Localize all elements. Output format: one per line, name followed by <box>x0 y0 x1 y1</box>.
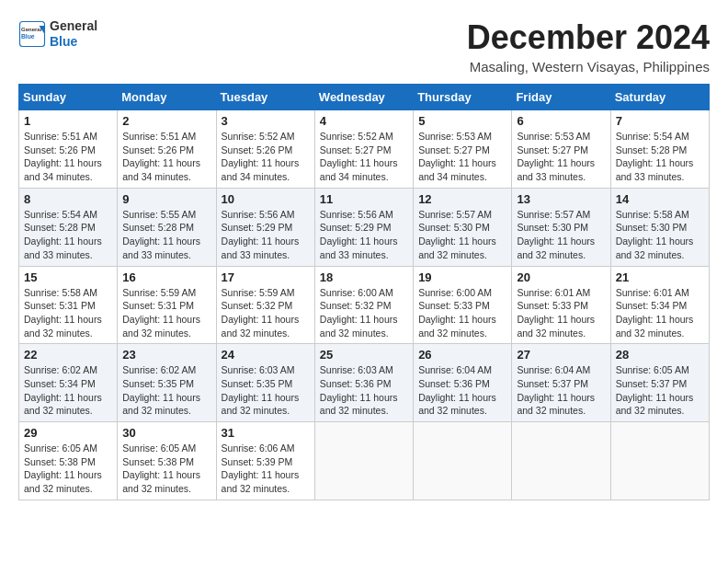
day-detail: Sunrise: 6:03 AM Sunset: 5:35 PM Dayligh… <box>222 363 310 418</box>
day-detail: Sunrise: 6:04 AM Sunset: 5:36 PM Dayligh… <box>418 363 506 418</box>
day-detail: Sunrise: 5:57 AM Sunset: 5:30 PM Dayligh… <box>418 208 506 262</box>
day-detail: Sunrise: 6:05 AM Sunset: 5:38 PM Dayligh… <box>24 442 112 496</box>
day-detail: Sunrise: 5:52 AM Sunset: 5:27 PM Dayligh… <box>320 130 408 184</box>
calendar-cell: 30Sunrise: 6:05 AM Sunset: 5:38 PM Dayli… <box>118 422 216 500</box>
day-number: 7 <box>616 114 704 128</box>
calendar-header-row: SundayMondayTuesdayWednesdayThursdayFrid… <box>19 85 710 110</box>
calendar-cell: 25Sunrise: 6:03 AM Sunset: 5:36 PM Dayli… <box>314 344 413 422</box>
calendar-cell: 16Sunrise: 5:59 AM Sunset: 5:31 PM Dayli… <box>118 266 216 344</box>
logo-icon: General Blue <box>18 20 46 48</box>
calendar-cell: 5Sunrise: 5:53 AM Sunset: 5:27 PM Daylig… <box>414 110 512 189</box>
day-number: 31 <box>222 426 310 440</box>
day-number: 15 <box>24 270 112 284</box>
calendar-cell: 8Sunrise: 5:54 AM Sunset: 5:28 PM Daylig… <box>19 188 118 266</box>
day-detail: Sunrise: 5:54 AM Sunset: 5:28 PM Dayligh… <box>616 130 704 184</box>
day-detail: Sunrise: 6:00 AM Sunset: 5:32 PM Dayligh… <box>320 286 408 340</box>
day-number: 10 <box>222 192 310 206</box>
calendar-cell: 3Sunrise: 5:52 AM Sunset: 5:26 PM Daylig… <box>216 110 314 189</box>
day-number: 8 <box>24 192 112 206</box>
day-detail: Sunrise: 5:56 AM Sunset: 5:29 PM Dayligh… <box>320 208 408 262</box>
column-header-thursday: Thursday <box>414 85 512 110</box>
day-number: 25 <box>320 348 408 362</box>
calendar-cell: 26Sunrise: 6:04 AM Sunset: 5:36 PM Dayli… <box>414 344 512 422</box>
column-header-wednesday: Wednesday <box>314 85 413 110</box>
day-number: 1 <box>24 114 112 128</box>
day-detail: Sunrise: 5:57 AM Sunset: 5:30 PM Dayligh… <box>517 208 605 262</box>
calendar-cell: 2Sunrise: 5:51 AM Sunset: 5:26 PM Daylig… <box>118 110 216 189</box>
day-detail: Sunrise: 5:51 AM Sunset: 5:26 PM Dayligh… <box>24 130 112 184</box>
day-detail: Sunrise: 6:06 AM Sunset: 5:39 PM Dayligh… <box>222 442 310 496</box>
day-detail: Sunrise: 5:52 AM Sunset: 5:26 PM Dayligh… <box>222 130 310 184</box>
day-number: 14 <box>616 192 704 206</box>
calendar-cell: 6Sunrise: 5:53 AM Sunset: 5:27 PM Daylig… <box>512 110 610 189</box>
calendar-cell: 10Sunrise: 5:56 AM Sunset: 5:29 PM Dayli… <box>216 188 314 266</box>
calendar-week-1: 1Sunrise: 5:51 AM Sunset: 5:26 PM Daylig… <box>19 110 710 189</box>
calendar-table: SundayMondayTuesdayWednesdayThursdayFrid… <box>18 84 710 500</box>
day-detail: Sunrise: 5:58 AM Sunset: 5:30 PM Dayligh… <box>616 208 704 262</box>
day-number: 12 <box>418 192 506 206</box>
calendar-cell: 22Sunrise: 6:02 AM Sunset: 5:34 PM Dayli… <box>19 344 118 422</box>
calendar-cell: 19Sunrise: 6:00 AM Sunset: 5:33 PM Dayli… <box>414 266 512 344</box>
calendar-cell: 31Sunrise: 6:06 AM Sunset: 5:39 PM Dayli… <box>216 422 314 500</box>
logo-text: General Blue <box>50 18 97 50</box>
day-number: 30 <box>122 426 210 440</box>
calendar-cell: 27Sunrise: 6:04 AM Sunset: 5:37 PM Dayli… <box>512 344 610 422</box>
calendar-cell: 1Sunrise: 5:51 AM Sunset: 5:26 PM Daylig… <box>19 110 118 189</box>
calendar-cell: 13Sunrise: 5:57 AM Sunset: 5:30 PM Dayli… <box>512 188 610 266</box>
calendar-cell: 4Sunrise: 5:52 AM Sunset: 5:27 PM Daylig… <box>314 110 413 189</box>
logo-general: General <box>50 18 97 33</box>
day-number: 11 <box>320 192 408 206</box>
day-detail: Sunrise: 5:53 AM Sunset: 5:27 PM Dayligh… <box>517 130 605 184</box>
day-number: 23 <box>122 348 210 362</box>
calendar-week-5: 29Sunrise: 6:05 AM Sunset: 5:38 PM Dayli… <box>19 422 710 500</box>
day-number: 20 <box>517 270 605 284</box>
day-number: 29 <box>24 426 112 440</box>
day-number: 4 <box>320 114 408 128</box>
day-number: 26 <box>418 348 506 362</box>
day-detail: Sunrise: 5:51 AM Sunset: 5:26 PM Dayligh… <box>122 130 210 184</box>
calendar-cell: 29Sunrise: 6:05 AM Sunset: 5:38 PM Dayli… <box>19 422 118 500</box>
day-number: 24 <box>222 348 310 362</box>
calendar-cell <box>610 422 709 500</box>
calendar-week-4: 22Sunrise: 6:02 AM Sunset: 5:34 PM Dayli… <box>19 344 710 422</box>
day-detail: Sunrise: 5:56 AM Sunset: 5:29 PM Dayligh… <box>222 208 310 262</box>
day-number: 16 <box>122 270 210 284</box>
day-number: 3 <box>222 114 310 128</box>
column-header-saturday: Saturday <box>610 85 709 110</box>
day-number: 13 <box>517 192 605 206</box>
day-detail: Sunrise: 6:05 AM Sunset: 5:37 PM Dayligh… <box>616 363 704 418</box>
column-header-friday: Friday <box>512 85 610 110</box>
calendar-cell: 21Sunrise: 6:01 AM Sunset: 5:34 PM Dayli… <box>610 266 709 344</box>
day-number: 28 <box>616 348 704 362</box>
day-number: 2 <box>122 114 210 128</box>
day-number: 19 <box>418 270 506 284</box>
calendar-cell: 11Sunrise: 5:56 AM Sunset: 5:29 PM Dayli… <box>314 188 413 266</box>
day-number: 27 <box>517 348 605 362</box>
calendar-week-3: 15Sunrise: 5:58 AM Sunset: 5:31 PM Dayli… <box>19 266 710 344</box>
logo: General Blue General Blue <box>18 18 97 50</box>
calendar-cell: 14Sunrise: 5:58 AM Sunset: 5:30 PM Dayli… <box>610 188 709 266</box>
column-header-tuesday: Tuesday <box>216 85 314 110</box>
calendar-cell: 17Sunrise: 5:59 AM Sunset: 5:32 PM Dayli… <box>216 266 314 344</box>
day-number: 18 <box>320 270 408 284</box>
logo-blue: Blue <box>50 34 77 49</box>
calendar-cell: 20Sunrise: 6:01 AM Sunset: 5:33 PM Dayli… <box>512 266 610 344</box>
day-detail: Sunrise: 5:59 AM Sunset: 5:31 PM Dayligh… <box>122 286 210 340</box>
calendar-cell: 12Sunrise: 5:57 AM Sunset: 5:30 PM Dayli… <box>414 188 512 266</box>
calendar-cell <box>414 422 512 500</box>
day-detail: Sunrise: 5:55 AM Sunset: 5:28 PM Dayligh… <box>122 208 210 262</box>
day-detail: Sunrise: 6:00 AM Sunset: 5:33 PM Dayligh… <box>418 286 506 340</box>
day-detail: Sunrise: 6:02 AM Sunset: 5:35 PM Dayligh… <box>122 363 210 418</box>
calendar-cell: 24Sunrise: 6:03 AM Sunset: 5:35 PM Dayli… <box>216 344 314 422</box>
day-detail: Sunrise: 6:04 AM Sunset: 5:37 PM Dayligh… <box>517 363 605 418</box>
day-number: 21 <box>616 270 704 284</box>
day-detail: Sunrise: 6:05 AM Sunset: 5:38 PM Dayligh… <box>122 442 210 496</box>
day-number: 6 <box>517 114 605 128</box>
day-detail: Sunrise: 6:02 AM Sunset: 5:34 PM Dayligh… <box>24 363 112 418</box>
day-detail: Sunrise: 6:01 AM Sunset: 5:34 PM Dayligh… <box>616 286 704 340</box>
day-detail: Sunrise: 6:01 AM Sunset: 5:33 PM Dayligh… <box>517 286 605 340</box>
page-header: General Blue General Blue December 2024 … <box>18 18 710 75</box>
title-area: December 2024 Masaling, Western Visayas,… <box>467 18 710 75</box>
svg-text:Blue: Blue <box>21 33 35 40</box>
calendar-cell <box>314 422 413 500</box>
